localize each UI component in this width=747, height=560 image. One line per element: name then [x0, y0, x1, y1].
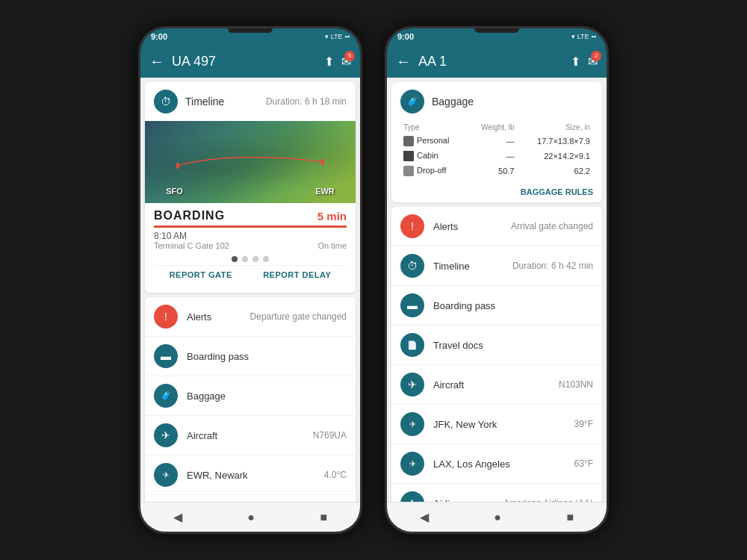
alerts-label-2: Alerts	[433, 221, 502, 232]
dot-2	[242, 256, 248, 262]
boarding-info: Terminal C Gate 102 On time	[154, 241, 347, 250]
dot-1	[232, 256, 238, 262]
baggage-row-cabin: Cabin — 22×14.2×9.1	[400, 149, 593, 164]
list-item-lax-2[interactable]: ✈ LAX, Los Angeles 63°F	[391, 444, 602, 484]
timeline-value-2: Duration: 6 h 42 min	[512, 261, 593, 271]
boarding-status: On time	[317, 241, 347, 250]
airline-icon-2: ✈	[400, 491, 424, 502]
baggage-card-2: 🧳 Baggage Type Weight, lb Size, in Perso	[391, 82, 602, 202]
flight-path-svg	[176, 147, 323, 177]
timeline-duration-1: Duration: 6 h 18 min	[266, 96, 347, 107]
baggage-table-2: Type Weight, lb Size, in Personal — 17.7…	[391, 121, 602, 184]
status-icons-1: ▾ LTE ▪▪	[325, 33, 350, 40]
bottom-nav-1: ◀ ● ■	[140, 502, 360, 532]
list-item-alerts-2[interactable]: ! Alerts Arrival gate changed	[391, 207, 602, 246]
recents-nav-1[interactable]: ■	[320, 511, 328, 524]
report-gate-button[interactable]: REPORT GATE	[170, 270, 232, 279]
list-item-baggage-1[interactable]: 🧳 Baggage	[145, 376, 356, 416]
back-nav-1[interactable]: ◀	[173, 510, 182, 524]
boarding-terminal: Terminal C Gate 102	[154, 241, 229, 250]
aircraft-label-2: Aircraft	[433, 379, 550, 391]
home-nav-2[interactable]: ●	[494, 511, 501, 524]
list-item-timeline-2[interactable]: ⏱ Timeline Duration: 6 h 42 min	[391, 246, 602, 286]
notification-badge-2: 2	[591, 51, 601, 61]
weight-cabin: —	[467, 149, 517, 164]
alerts-icon-1: !	[154, 305, 178, 329]
size-cabin: 22×14.2×9.1	[517, 149, 593, 164]
alerts-label-1: Alerts	[187, 311, 241, 323]
aircraft-icon-1: ✈	[154, 423, 178, 447]
list-item-boarding-1[interactable]: ▬ Boarding pass	[145, 337, 356, 376]
baggage-rules-button[interactable]: BAGGAGE RULES	[391, 184, 602, 202]
status-time-1: 9:00	[151, 32, 167, 41]
share-button-1[interactable]: ⬆	[324, 55, 334, 69]
bottom-nav-2: ◀ ● ■	[387, 502, 607, 532]
boarding-icon-1: ▬	[154, 344, 178, 368]
ewr-value-1: 4.0°C	[324, 470, 347, 480]
lax-label-2: LAX, Los Angeles	[433, 458, 565, 470]
dot-4	[263, 256, 269, 262]
boarding-row-2: 8:10 AM	[154, 231, 347, 241]
notifications-button-1[interactable]: ✉ 5	[341, 55, 351, 69]
jfk-value-2: 39°F	[574, 419, 593, 429]
recents-nav-2[interactable]: ■	[567, 511, 574, 524]
list-item-ewr-1[interactable]: ✈ EWR, Newark 4.0°C	[145, 455, 356, 495]
baggage-icon-header-2: 🧳	[400, 90, 424, 113]
screen-1: ⏱ Timeline Duration: 6 h 18 min SFO EWR	[140, 78, 360, 502]
back-nav-2[interactable]: ◀	[420, 510, 429, 524]
svg-point-1	[321, 159, 324, 165]
boarding-time: 8:10 AM	[154, 231, 187, 241]
dot-3	[252, 256, 258, 262]
timeline-label-2: Timeline	[433, 261, 503, 272]
status-time-2: 9:00	[397, 32, 414, 41]
size-personal: 17.7×13.8×7.9	[517, 134, 593, 149]
boarding-label-2: Boarding pass	[433, 300, 593, 311]
timeline-card-1: ⏱ Timeline Duration: 6 h 18 min SFO EWR	[145, 82, 356, 293]
baggage-label-1: Baggage	[187, 391, 347, 402]
status-icons-2: ▾ LTE ▪▪	[571, 33, 596, 40]
timeline-header-1: ⏱ Timeline Duration: 6 h 18 min	[145, 82, 356, 121]
boarding-label-1: Boarding pass	[187, 351, 347, 362]
list-item-aircraft-1[interactable]: ✈ Aircraft N769UA	[145, 416, 356, 455]
lax-value-2: 63°F	[574, 458, 593, 469]
timeline-label-1: Timeline	[185, 96, 224, 108]
back-button-2[interactable]: ←	[396, 53, 411, 70]
boarding-icon-2: ▬	[400, 293, 424, 317]
home-nav-1[interactable]: ●	[247, 511, 255, 524]
list-item-travel-2[interactable]: 📄 Travel docs	[391, 326, 602, 365]
list-item-airline-2[interactable]: ✈ Airline American Airlines (AA)	[391, 484, 602, 502]
aircraft-label-1: Aircraft	[187, 430, 304, 441]
alerts-icon-2: !	[400, 214, 424, 238]
list-item-sfo-1[interactable]: ✈ SFO, San Francisco 10.0°C	[145, 495, 356, 502]
alerts-value-2: Arrival gate changed	[511, 221, 593, 231]
list-item-jfk-2[interactable]: ✈ JFK, New York 39°F	[391, 405, 602, 444]
list-item-aircraft-2[interactable]: ✈ Aircraft N103NN	[391, 365, 602, 405]
timeline-icon-2: ⏱	[400, 254, 424, 278]
timeline-icon-1: ⏱	[154, 90, 178, 113]
flight-title-1: UA 497	[172, 54, 317, 69]
jfk-icon-2: ✈	[400, 412, 424, 436]
type-dropoff: Drop-off	[400, 164, 467, 178]
aircraft-value-1: N769UA	[313, 430, 347, 441]
baggage-row-dropoff: Drop-off 50.7 62.2	[400, 164, 593, 178]
notifications-button-2[interactable]: ✉ 2	[588, 55, 598, 69]
baggage-icon-1: 🧳	[154, 384, 178, 408]
lax-icon-2: ✈	[400, 452, 424, 476]
boarding-progress	[154, 225, 347, 228]
boarding-row-1: BOARDING 5 min	[154, 209, 347, 223]
size-dropoff: 62.2	[517, 164, 593, 178]
share-button-2[interactable]: ⬆	[571, 55, 580, 69]
back-button-1[interactable]: ←	[149, 53, 164, 70]
report-delay-button[interactable]: REPORT DELAY	[263, 270, 331, 279]
list-item-alerts-1[interactable]: ! Alerts Departure gate changed	[145, 297, 356, 337]
list-card-2: ! Alerts Arrival gate changed ⏱ Timeline…	[391, 207, 602, 502]
flight-path-1	[176, 162, 323, 164]
list-item-boarding-2[interactable]: ▬ Boarding pass	[391, 286, 602, 326]
boarding-section: BOARDING 5 min 8:10 AM Terminal C Gate 1…	[145, 203, 356, 293]
map-1: SFO EWR	[145, 121, 356, 203]
baggage-section-label: Baggage	[432, 96, 474, 108]
sfo-label: SFO	[166, 187, 183, 196]
battery-icon-2: ▪▪	[592, 33, 596, 40]
status-bar-2: 9:00 ▾ LTE ▪▪	[387, 28, 607, 45]
dots-row	[154, 250, 347, 265]
